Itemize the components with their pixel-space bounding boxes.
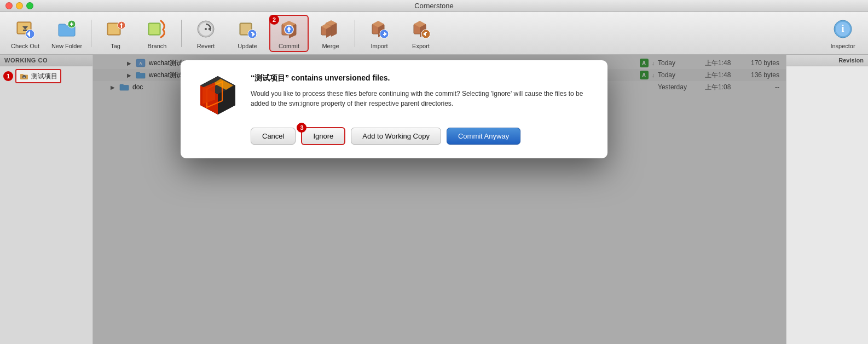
toolbar: Check Out New Folder Tag (0, 12, 868, 55)
dialog: “测试项目” contains unversioned files. Would… (181, 60, 607, 158)
ignore-button[interactable]: Ignore (301, 127, 345, 145)
update-icon (236, 18, 259, 41)
folder-lock-icon (19, 71, 29, 81)
merge-label: Merge (322, 43, 339, 49)
tag-button[interactable]: Tag (96, 15, 135, 52)
maximize-button[interactable] (26, 2, 33, 9)
update-label: Update (238, 43, 257, 49)
separator-2 (181, 20, 182, 47)
separator-3 (355, 20, 355, 47)
update-button[interactable]: Update (228, 15, 267, 52)
add-to-working-copy-button[interactable]: Add to Working Copy (351, 128, 441, 145)
dialog-buttons: Cancel 3 Ignore Add to Working Copy Comm… (196, 127, 592, 145)
sidebar: WORKING CO 1 测试项目 (0, 55, 93, 344)
minimize-button[interactable] (16, 2, 23, 9)
commit-icon (277, 18, 300, 41)
checkout-button[interactable]: Check Out (5, 15, 45, 52)
import-icon (368, 18, 391, 41)
commit-anyway-button[interactable]: Commit Anyway (447, 128, 520, 145)
export-icon (409, 18, 432, 41)
export-label: Export (412, 43, 430, 49)
svg-text:i: i (841, 23, 844, 34)
svg-rect-42 (383, 34, 385, 35)
titlebar: Cornerstone (0, 0, 868, 12)
right-panel-header: Revision (786, 55, 868, 66)
inspector-label: Inspector (830, 43, 855, 49)
svg-rect-30 (288, 30, 290, 32)
svg-rect-8 (71, 22, 72, 26)
sidebar-item-box[interactable]: 测试项目 (15, 69, 61, 83)
svg-rect-48 (425, 32, 427, 33)
inspector-button[interactable]: i Inspector (823, 15, 863, 52)
revert-icon (194, 18, 217, 41)
dialog-body: Would you like to process these files be… (251, 89, 592, 108)
svg-rect-13 (121, 25, 122, 28)
sidebar-header: WORKING CO (0, 55, 92, 66)
svg-rect-24 (251, 32, 253, 33)
import-button[interactable]: Import (360, 15, 399, 52)
dialog-overlay: “测试项目” contains unversioned files. Would… (93, 55, 786, 344)
dialog-title: “测试项目” contains unversioned files. (251, 73, 592, 83)
sidebar-step-badge: 1 (3, 71, 13, 81)
sidebar-item-label: 测试项目 (31, 72, 57, 81)
separator-1 (91, 20, 91, 47)
commit-button[interactable]: 2 Commit (269, 15, 309, 52)
ignore-button-wrapper: 3 Ignore (301, 127, 345, 145)
branch-icon (146, 18, 169, 41)
svg-point-19 (205, 28, 207, 30)
dialog-text-area: “测试项目” contains unversioned files. Would… (251, 73, 592, 108)
inspector-icon: i (831, 18, 854, 41)
branch-label: Branch (148, 43, 167, 49)
dialog-content: “测试项目” contains unversioned files. Would… (196, 73, 592, 117)
import-label: Import (371, 43, 387, 49)
content-area: ▶ A wechat测试项目.xcodeproj A ↓ Today 上午1:4… (93, 55, 786, 344)
main-area: WORKING CO 1 测试项目 ▶ A (0, 55, 868, 344)
svg-point-53 (24, 77, 25, 78)
branch-button[interactable]: Branch (137, 15, 177, 52)
app-icon (196, 73, 240, 117)
close-button[interactable] (5, 2, 13, 9)
tag-icon (104, 18, 127, 41)
commit-label: Commit (279, 43, 299, 49)
revert-button[interactable]: Revert (186, 15, 225, 52)
checkout-label: Check Out (11, 43, 39, 49)
svg-rect-15 (149, 24, 159, 34)
merge-button[interactable]: Merge (311, 15, 350, 52)
checkout-icon (14, 18, 37, 41)
window-title: Cornerstone (414, 2, 454, 10)
tag-label: Tag (111, 43, 120, 49)
new-folder-button[interactable]: New Folder (47, 15, 86, 52)
sidebar-item-test-project[interactable]: 1 测试项目 (0, 66, 92, 86)
export-button[interactable]: Export (401, 15, 441, 52)
merge-icon (319, 18, 342, 41)
cancel-button[interactable]: Cancel (251, 128, 296, 145)
new-folder-icon (55, 18, 78, 41)
revert-label: Revert (197, 43, 215, 49)
traffic-lights (5, 2, 33, 9)
commit-step-badge: 2 (269, 15, 279, 25)
right-panel: Revision (786, 55, 868, 344)
new-folder-label: New Folder (51, 43, 82, 49)
